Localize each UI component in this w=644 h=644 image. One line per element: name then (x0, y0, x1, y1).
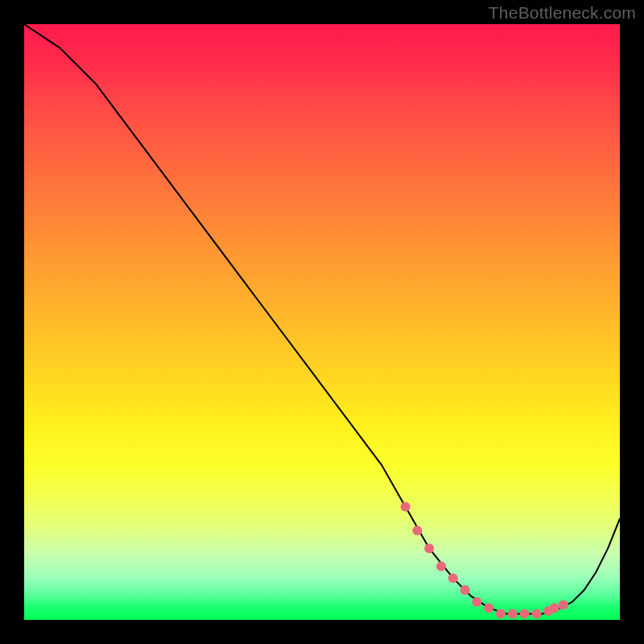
sweet-spot-marker (508, 609, 518, 619)
chart-frame: TheBottleneck.com (0, 0, 644, 644)
sweet-spot-marker (424, 543, 434, 553)
sweet-spot-marker (401, 502, 411, 511)
plot-area (24, 24, 620, 620)
watermark-text: TheBottleneck.com (489, 3, 636, 23)
sweet-spot-marker (520, 609, 530, 619)
sweet-spot-markers (401, 502, 568, 618)
sweet-spot-marker (496, 609, 506, 619)
sweet-spot-marker (412, 526, 422, 535)
sweet-spot-marker (472, 597, 481, 607)
sweet-spot-marker (436, 561, 446, 571)
sweet-spot-marker (531, 609, 541, 619)
sweet-spot-marker (460, 585, 470, 595)
bottleneck-curve (24, 24, 620, 614)
sweet-spot-marker (550, 603, 559, 613)
sweet-spot-marker (484, 603, 493, 613)
sweet-spot-marker (448, 573, 458, 583)
sweet-spot-marker (559, 601, 568, 610)
chart-overlay (24, 24, 620, 620)
